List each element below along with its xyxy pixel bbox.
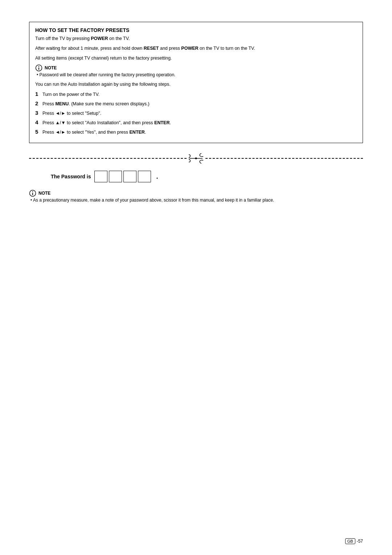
box-title: HOW TO SET THE FACTORY PRESETS [35, 27, 357, 33]
password-box-1 [94, 171, 107, 182]
page-number: GB -57 [345, 538, 363, 544]
password-box-3 [123, 171, 136, 182]
step-4: 4 Press ▲/▼ to select "Auto Installation… [35, 118, 357, 127]
password-label: The Password is [51, 174, 91, 179]
svg-point-7 [189, 154, 191, 159]
svg-rect-11 [32, 193, 33, 195]
note-icon-2 [29, 190, 36, 197]
main-box: HOW TO SET THE FACTORY PRESETS Turn off … [29, 22, 363, 143]
password-section: The Password is . [51, 171, 363, 182]
svg-point-1 [38, 66, 39, 67]
step-text-5: Press ◄/► to select "Yes", and then pres… [42, 129, 357, 136]
step-num-5: 5 [35, 127, 40, 136]
note-icon-1 [35, 64, 42, 72]
step-num-1: 1 [35, 90, 40, 98]
note-header-1: NOTE [35, 64, 357, 72]
svg-point-4 [199, 153, 203, 157]
step-3: 3 Press ◄/► to select "Setup". [35, 109, 357, 117]
dashed-line-left [29, 158, 187, 159]
note-bullet-2: • As a precautionary measure, make a not… [30, 197, 363, 203]
page-num-text: -57 [357, 539, 363, 544]
step-num-4: 4 [35, 118, 40, 127]
page-region-badge: GB [345, 538, 355, 544]
password-box-2 [109, 171, 122, 182]
step-text-1: Turn on the power of the TV. [42, 91, 357, 98]
note-section-1: NOTE • Password will be cleared after ru… [35, 64, 357, 78]
note-header-2: NOTE [29, 190, 363, 197]
page-container: HOW TO SET THE FACTORY PRESETS Turn off … [0, 0, 392, 555]
intro-line-2: After waiting for about 1 minute, press … [35, 45, 357, 52]
step-text-2: Press MENU. (Make sure the menu screen d… [42, 100, 357, 108]
cut-line-section [29, 153, 363, 163]
password-box-4 [138, 171, 151, 182]
step-num-3: 3 [35, 109, 40, 117]
steps-list: 1 Turn on the power of the TV. 2 Press M… [35, 90, 357, 136]
step-2: 2 Press MENU. (Make sure the menu screen… [35, 99, 357, 108]
note-label-1: NOTE [45, 65, 57, 70]
svg-rect-2 [38, 68, 39, 70]
step-num-2: 2 [35, 99, 40, 108]
password-dot: . [156, 173, 158, 181]
password-boxes [94, 171, 151, 182]
auto-install-text: You can run the Auto Installation again … [35, 82, 357, 87]
step-1: 1 Turn on the power of the TV. [35, 90, 357, 98]
bottom-note: NOTE • As a precautionary measure, make … [29, 190, 363, 203]
intro-line-1: Turn off the TV by pressing POWER on the… [35, 35, 357, 42]
scissors-icon [189, 153, 203, 163]
note-bullet-1: • Password will be cleared after running… [37, 72, 357, 78]
svg-point-10 [32, 191, 33, 192]
svg-point-5 [199, 159, 203, 163]
svg-point-8 [189, 158, 191, 163]
dashed-line-right [205, 158, 363, 159]
step-5: 5 Press ◄/► to select "Yes", and then pr… [35, 127, 357, 136]
note-label-2: NOTE [38, 191, 50, 196]
step-text-4: Press ▲/▼ to select "Auto Installation",… [42, 119, 357, 126]
step-text-3: Press ◄/► to select "Setup". [42, 110, 357, 117]
svg-point-6 [195, 158, 197, 159]
intro-line-3: All setting items (except TV channel) re… [35, 55, 357, 62]
